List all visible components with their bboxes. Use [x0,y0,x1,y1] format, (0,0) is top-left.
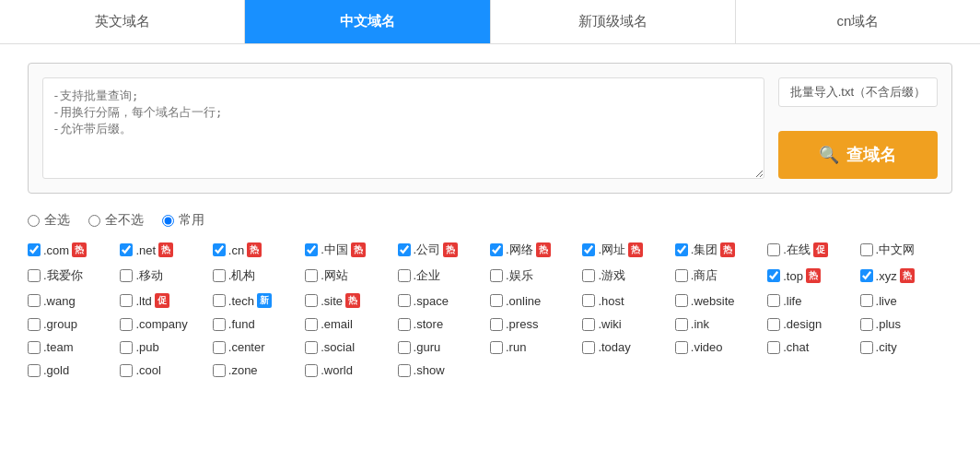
checkbox-company[interactable] [398,243,411,256]
radio-common[interactable]: 常用 [162,212,204,229]
checkbox-show[interactable] [398,364,411,377]
checkbox-xyz[interactable] [860,269,873,282]
checkbox-site[interactable] [305,294,318,307]
checkbox-cool[interactable] [120,364,133,377]
search-button-label: 查域名 [846,144,896,166]
tab-english[interactable]: 英文域名 [0,0,245,43]
label-host: .host [598,294,624,308]
checkbox-email[interactable] [305,318,318,331]
domain-item-guru: .guru [398,340,490,354]
checkbox-entertainment[interactable] [490,269,503,282]
checkbox-shop[interactable] [675,269,688,282]
checkbox-iloveyou[interactable] [28,269,41,282]
checkbox-pub[interactable] [120,341,133,354]
import-button[interactable]: 批量导入.txt（不含后缀） [778,77,938,107]
checkbox-ltd[interactable] [120,294,133,307]
checkbox-network[interactable] [490,243,503,256]
label-mobile: .移动 [135,267,163,284]
domain-item-xyz: .xyz热 [860,267,952,284]
checkbox-store[interactable] [398,318,411,331]
checkbox-fund[interactable] [213,318,226,331]
checkbox-company2[interactable] [120,318,133,331]
badge-company: 热 [443,242,458,257]
domain-input[interactable] [42,77,764,179]
checkbox-social[interactable] [305,341,318,354]
domain-item-address: .网址热 [582,242,674,258]
checkbox-online[interactable] [767,243,780,256]
domain-item-life: .life [767,293,859,308]
checkbox-press[interactable] [490,318,503,331]
checkbox-online2[interactable] [490,294,503,307]
label-gold: .gold [43,363,69,377]
badge-top: 热 [806,268,821,283]
domain-item-today: .today [582,340,674,354]
checkbox-gold[interactable] [28,364,41,377]
label-video: .video [691,340,723,354]
checkbox-net[interactable] [120,243,133,256]
search-icon: 🔍 [819,145,839,165]
label-space: .space [414,294,449,308]
domain-item-site: .site热 [305,293,397,308]
checkbox-ink[interactable] [675,318,688,331]
domain-item-design: .design [767,317,859,331]
checkbox-world[interactable] [305,364,318,377]
label-guru: .guru [414,340,441,354]
checkbox-group[interactable] [675,243,688,256]
checkbox-design[interactable] [767,318,780,331]
label-company2: .company [135,317,187,331]
checkbox-plus[interactable] [860,318,873,331]
label-top: .top [783,269,803,283]
checkbox-team[interactable] [28,341,41,354]
checkbox-com[interactable] [28,243,41,256]
checkbox-china[interactable] [305,243,318,256]
domain-item-city: .city [860,340,952,354]
label-center: .center [228,340,265,354]
label-enterprise: .企业 [414,267,441,284]
checkbox-video[interactable] [675,341,688,354]
domain-item-ltd: .ltd促 [120,293,212,308]
search-button[interactable]: 🔍 查域名 [778,131,938,179]
domain-item-company2: .company [120,317,212,331]
radio-all[interactable]: 全选 [28,212,70,229]
domain-item-website: .网站 [305,267,397,284]
label-online2: .online [506,294,541,308]
checkbox-tech[interactable] [213,294,226,307]
label-cn: .cn [228,243,244,257]
domain-item-enterprise: .企业 [398,267,490,284]
radio-none[interactable]: 全不选 [88,212,144,229]
label-pub: .pub [135,340,158,354]
checkbox-chat[interactable] [767,341,780,354]
checkbox-website2[interactable] [675,294,688,307]
checkbox-wang[interactable] [28,294,41,307]
checkbox-host[interactable] [582,294,595,307]
checkbox-org2[interactable] [213,269,226,282]
checkbox-top[interactable] [767,269,780,282]
checkbox-enterprise[interactable] [398,269,411,282]
checkbox-city[interactable] [860,341,873,354]
tab-chinese[interactable]: 中文域名 [245,0,490,43]
checkbox-space[interactable] [398,294,411,307]
label-press: .press [506,317,538,331]
checkbox-cn[interactable] [213,243,226,256]
domain-item-live: .live [860,293,952,308]
domain-item-zone: .zone [213,363,305,377]
checkbox-wiki[interactable] [582,318,595,331]
checkbox-mobile[interactable] [120,269,133,282]
checkbox-website[interactable] [305,269,318,282]
tab-newtld[interactable]: 新顶级域名 [491,0,736,43]
checkbox-life[interactable] [767,294,780,307]
checkbox-today[interactable] [582,341,595,354]
checkbox-group2[interactable] [28,318,41,331]
checkbox-live[interactable] [860,294,873,307]
checkbox-cnweb[interactable] [860,243,873,256]
checkbox-address[interactable] [582,243,595,256]
checkbox-run[interactable] [490,341,503,354]
main-content: 批量导入.txt（不含后缀） 🔍 查域名 全选 全不选 常用 .com热.net… [0,44,980,396]
tab-cn[interactable]: cn域名 [736,0,980,43]
domain-item-iloveyou: .我爱你 [28,267,120,284]
checkbox-zone[interactable] [213,364,226,377]
label-address: .网址 [598,242,625,258]
checkbox-game[interactable] [582,269,595,282]
checkbox-center[interactable] [213,341,226,354]
checkbox-guru[interactable] [398,341,411,354]
